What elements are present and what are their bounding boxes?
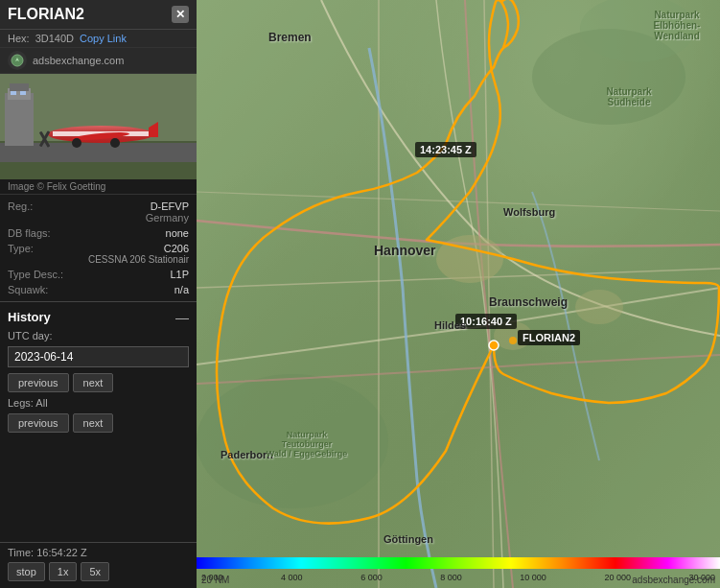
bar-label-2: 6 000: [360, 573, 383, 582]
aircraft-map-label: FLORIAN2: [518, 330, 580, 345]
reg-label: Reg.:: [8, 200, 33, 223]
reg-row: Reg.: D-EFVP Germany: [0, 199, 197, 225]
adsbexchange-watermark: adsbexchange.com: [632, 575, 715, 585]
svg-rect-6: [10, 83, 29, 91]
legs-nav-buttons: previous next: [8, 413, 189, 433]
svg-rect-7: [11, 91, 16, 95]
svg-point-17: [110, 138, 120, 148]
left-panel: FLORIAN2 ✕ Hex: 3D140D Copy Link adsbexc…: [0, 0, 197, 588]
squawk-row: Squawk: n/a: [0, 282, 197, 297]
type-code-value: L1P: [170, 269, 189, 280]
history-title: History: [8, 310, 51, 324]
date-input[interactable]: [8, 346, 189, 367]
source-icon: [8, 51, 27, 70]
header-bar: FLORIAN2 ✕: [0, 0, 197, 30]
history-minimize-button[interactable]: —: [175, 311, 189, 324]
previous-leg-button[interactable]: previous: [8, 413, 69, 433]
map-svg: [197, 0, 720, 588]
scale-label: 20 NM: [201, 575, 229, 585]
aircraft-photo: [0, 74, 197, 179]
map-area[interactable]: 14:23:45 Z 10:16:40 Z FLORIAN2 Hannover …: [197, 0, 720, 588]
altitude-color-bar: [197, 557, 720, 569]
type-value: C206: [88, 243, 189, 254]
source-label: adsbexchange.com: [33, 55, 124, 66]
speed-1x-button[interactable]: 1x: [49, 562, 78, 581]
type-desc-label: Type Desc.:: [8, 269, 63, 280]
speed-5x-button[interactable]: 5x: [81, 562, 109, 581]
type-desc-value: CESSNA 206 Stationair: [88, 254, 189, 265]
history-nav-buttons: previous next: [8, 373, 189, 392]
time-section: Time: 16:54:22 Z stop 1x 5x: [0, 542, 197, 588]
previous-day-button[interactable]: previous: [8, 373, 69, 392]
db-flags-row: DB flags: none: [0, 225, 197, 241]
next-day-button[interactable]: next: [73, 373, 114, 392]
svg-point-26: [436, 235, 503, 283]
info-table: Reg.: D-EFVP Germany DB flags: none Type…: [0, 195, 197, 301]
copy-link-button[interactable]: Copy Link: [80, 33, 127, 44]
bar-label-3: 8 000: [440, 573, 462, 582]
time-label-1: 14:23:45 Z: [415, 142, 476, 157]
aircraft-title: FLORIAN2: [8, 6, 84, 23]
bar-label-4: 10 000: [520, 573, 546, 582]
hex-label: Hex:: [8, 33, 30, 44]
source-row: adsbexchange.com: [0, 48, 197, 74]
hex-row: Hex: 3D140D Copy Link: [0, 30, 197, 48]
reg-value: D-EFVP: [146, 200, 189, 212]
db-flags-label: DB flags:: [8, 227, 51, 239]
svg-rect-8: [20, 91, 26, 95]
time-label: Time: 16:54:22 Z: [8, 547, 189, 558]
bar-label-5: 20 000: [604, 573, 631, 582]
type-label: Type:: [8, 243, 34, 265]
squawk-label: Squawk:: [8, 284, 48, 295]
stop-button[interactable]: stop: [8, 562, 45, 581]
type-desc-row: Type Desc.: L1P: [0, 267, 197, 282]
svg-point-16: [72, 138, 81, 148]
svg-point-29: [489, 341, 499, 350]
svg-point-27: [575, 290, 623, 324]
country-value: Germany: [146, 212, 189, 223]
svg-rect-4: [5, 93, 34, 146]
squawk-value: n/a: [174, 284, 189, 295]
close-button[interactable]: ✕: [172, 6, 189, 23]
time-label-2: 10:16:40 Z: [455, 314, 517, 329]
db-flags-value: none: [166, 227, 189, 239]
hex-value: 3D140D: [35, 33, 74, 44]
svg-point-30: [509, 337, 517, 344]
utc-day-label: UTC day:: [8, 328, 189, 343]
photo-credit: Image © Felix Goetting: [0, 179, 197, 195]
legs-label: Legs: All: [8, 395, 189, 411]
type-row: Type: C206 CESSNA 206 Stationair: [0, 241, 197, 267]
next-leg-button[interactable]: next: [73, 413, 114, 433]
history-header: History —: [8, 306, 189, 328]
history-section: History — UTC day: previous next Legs: A…: [0, 301, 197, 439]
playback-controls: stop 1x 5x: [8, 562, 189, 581]
bar-label-1: 4 000: [281, 573, 303, 582]
